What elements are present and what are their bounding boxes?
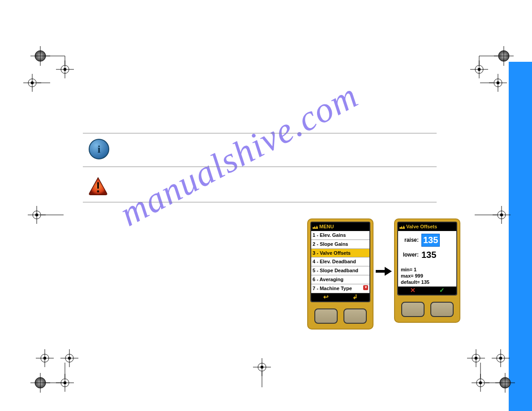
scroll-down-icon: ▾	[363, 285, 368, 290]
crop-mark-cluster	[456, 345, 510, 390]
svg-rect-77	[97, 182, 99, 188]
lower-value[interactable]: 135	[421, 249, 436, 261]
soft-key-back-icon: ↩	[323, 293, 329, 301]
brand-logo-icon	[313, 224, 318, 229]
device-valve-offsets-screen: Valve Offsets raise: 135 lower: 135 min=…	[394, 218, 460, 323]
hardware-button-right[interactable]	[343, 308, 367, 324]
brand-logo-icon	[399, 224, 405, 229]
soft-key-bar: ✕ ✓	[398, 287, 456, 295]
crop-mark	[470, 201, 524, 246]
default-text: default= 135	[401, 279, 454, 285]
crop-mark-cluster	[27, 345, 81, 390]
screen-title: Valve Offsets	[406, 223, 437, 230]
divider	[83, 167, 437, 167]
menu-item[interactable]: 7 - Machine Type▾	[311, 284, 369, 293]
screen-title-bar: MENU	[311, 223, 369, 231]
menu-item-selected[interactable]: 3 - Valve Offsets	[311, 249, 369, 258]
crop-mark	[19, 69, 73, 114]
divider	[83, 202, 437, 202]
info-icon: i	[89, 139, 109, 159]
menu-item[interactable]: 2 - Slope Gains	[311, 240, 369, 249]
manual-page: manualshive.com	[0, 0, 532, 411]
arrow-right-icon	[376, 266, 392, 278]
soft-key-enter-icon: ↲	[352, 293, 358, 301]
hardware-button-right[interactable]	[430, 302, 454, 317]
watermark-text: manualshive.com	[113, 75, 365, 234]
crop-mark	[476, 69, 529, 114]
cancel-icon: ✕	[410, 286, 416, 295]
menu-item[interactable]: 5 - Slope Deadband	[311, 266, 369, 275]
raise-value-selected[interactable]: 135	[421, 234, 440, 247]
menu-item[interactable]: 1 - Elev. Gains	[311, 231, 369, 240]
warning-icon	[88, 176, 108, 198]
menu-item[interactable]: 4 - Elev. Deadband	[311, 257, 369, 266]
menu-list: 1 - Elev. Gains 2 - Slope Gains 3 - Valv…	[311, 231, 369, 293]
lower-label: lower:	[401, 251, 419, 258]
crop-mark	[23, 201, 77, 246]
soft-key-bar: ↩ ↲	[311, 293, 369, 301]
svg-point-78	[97, 190, 99, 193]
hardware-button-left[interactable]	[401, 302, 425, 317]
hardware-button-left[interactable]	[314, 308, 338, 324]
screen-title-bar: Valve Offsets	[398, 223, 456, 231]
screen-title: MENU	[319, 223, 334, 230]
menu-item[interactable]: 6 - Averaging	[311, 275, 369, 284]
confirm-icon: ✓	[439, 286, 445, 295]
raise-label: raise:	[401, 236, 419, 244]
max-text: max= 999	[401, 273, 454, 279]
min-text: min= 1	[401, 266, 454, 273]
device-menu-screen: MENU 1 - Elev. Gains 2 - Slope Gains 3 -…	[307, 218, 373, 330]
crop-mark	[244, 354, 298, 398]
divider	[83, 133, 437, 133]
